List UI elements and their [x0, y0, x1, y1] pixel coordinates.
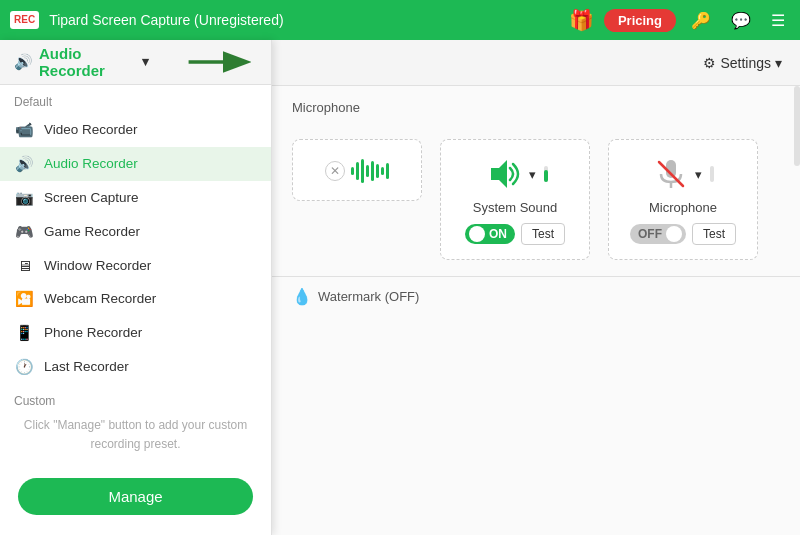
menu-item-screen-label: Screen Capture [44, 190, 139, 205]
content-topbar: ⚙ Settings ▾ [272, 40, 800, 86]
app-logo: REC [10, 11, 39, 29]
waveform-bar [356, 162, 359, 180]
microphone-icon [653, 156, 689, 192]
system-sound-toggle[interactable]: ON [465, 224, 515, 244]
video-recorder-icon: 📹 [14, 121, 34, 139]
titlebar-controls: 🎁 Pricing 🔑 💬 ☰ [569, 8, 790, 32]
settings-button[interactable]: ⚙ Settings ▾ [703, 55, 782, 71]
menu-icon[interactable]: ☰ [766, 9, 790, 32]
microphone-off-label: OFF [638, 227, 662, 241]
webcam-recorder-icon: 🎦 [14, 290, 34, 308]
menu-item-window[interactable]: 🖥 Window Recorder [0, 249, 271, 282]
settings-gear-icon: ⚙ [703, 55, 716, 71]
menu-item-webcam-label: Webcam Recorder [44, 291, 156, 306]
toggle-circle [469, 226, 485, 242]
chat-icon[interactable]: 💬 [726, 9, 756, 32]
waveform-cancel-icon[interactable]: ✕ [325, 161, 345, 181]
audio-recorder-icon: 🔊 [14, 53, 33, 71]
audio-cards-area: ✕ [272, 115, 800, 276]
system-sound-icon-row: ▾ [483, 156, 548, 192]
menu-item-game-label: Game Recorder [44, 224, 140, 239]
manage-btn-wrapper: Manage [0, 464, 271, 525]
green-arrow-icon [185, 47, 257, 77]
audio-recorder-menu-icon: 🔊 [14, 155, 34, 173]
speaker-icon [483, 156, 523, 192]
content-area: ⚙ Settings ▾ Microphone ✕ [272, 40, 800, 535]
default-section-label: Default [0, 85, 271, 113]
menu-item-window-label: Window Recorder [44, 258, 151, 273]
window-recorder-icon: 🖥 [14, 257, 34, 274]
mode-bar-label[interactable]: 🔊 Audio Recorder ▾ [14, 45, 149, 79]
microphone-header: Microphone [272, 86, 800, 115]
watermark-icon: 💧 [292, 287, 312, 306]
menu-item-last-label: Last Recorder [44, 359, 129, 374]
waveform-area: ✕ [321, 156, 393, 186]
menu-item-audio[interactable]: 🔊 Audio Recorder [0, 147, 271, 181]
waveform-bars [351, 156, 389, 186]
system-sound-test-button[interactable]: Test [521, 223, 565, 245]
screen-capture-icon: 📷 [14, 189, 34, 207]
app-title: Tipard Screen Capture (Unregistered) [49, 12, 569, 28]
scrollbar[interactable] [794, 86, 800, 166]
waveform-bar [381, 167, 384, 175]
microphone-header-text: Microphone [292, 100, 360, 115]
waveform-bar [361, 159, 364, 183]
custom-hint-text: Click "Manage" button to add your custom… [0, 412, 271, 464]
menu-item-webcam[interactable]: 🎦 Webcam Recorder [0, 282, 271, 316]
menu-item-screen[interactable]: 📷 Screen Capture [0, 181, 271, 215]
waveform-bar [376, 164, 379, 178]
settings-chevron-icon: ▾ [775, 55, 782, 71]
pricing-button[interactable]: Pricing [604, 9, 676, 32]
mode-bar-chevron-icon: ▾ [142, 54, 149, 69]
custom-section-label: Custom [0, 384, 271, 412]
settings-label-text: Settings [720, 55, 771, 71]
menu-item-phone[interactable]: 📱 Phone Recorder [0, 316, 271, 350]
waveform-bar [386, 163, 389, 179]
waveform-bar [371, 161, 374, 181]
system-sound-on-label: ON [489, 227, 507, 241]
toggle-circle-off [666, 226, 682, 242]
dropdown-menu: 🔊 Audio Recorder ▾ Default 📹 Video Recor… [0, 40, 272, 535]
menu-item-video-label: Video Recorder [44, 122, 138, 137]
waveform-bar [351, 167, 354, 175]
key-icon[interactable]: 🔑 [686, 9, 716, 32]
system-sound-card: ▾ System Sound ON Test [440, 139, 590, 260]
menu-item-video[interactable]: 📹 Video Recorder [0, 113, 271, 147]
microphone-controls: OFF Test [630, 223, 736, 245]
menu-item-last[interactable]: 🕐 Last Recorder [0, 350, 271, 384]
microphone-icon-row: ▾ [653, 156, 714, 192]
mode-bar-text: Audio Recorder [39, 45, 136, 79]
sound-level-bars [544, 166, 548, 182]
mic-level-bars [710, 166, 714, 182]
main-area: 🔊 Audio Recorder ▾ Default 📹 Video Recor… [0, 40, 800, 535]
microphone-dropdown-icon[interactable]: ▾ [695, 167, 702, 182]
menu-item-game[interactable]: 🎮 Game Recorder [0, 215, 271, 249]
waveform-bar [366, 165, 369, 177]
titlebar: REC Tipard Screen Capture (Unregistered)… [0, 0, 800, 40]
microphone-label: Microphone [649, 200, 717, 215]
system-sound-label: System Sound [473, 200, 558, 215]
svg-marker-2 [491, 160, 507, 188]
system-sound-dropdown-icon[interactable]: ▾ [529, 167, 536, 182]
microphone-toggle[interactable]: OFF [630, 224, 686, 244]
microphone-input-card: ✕ [292, 139, 422, 201]
manage-button[interactable]: Manage [18, 478, 253, 515]
bottom-bar: 💧 Watermark (OFF) [272, 276, 800, 316]
watermark-label: Watermark (OFF) [318, 289, 419, 304]
menu-item-audio-label: Audio Recorder [44, 156, 138, 171]
phone-recorder-icon: 📱 [14, 324, 34, 342]
gift-icon[interactable]: 🎁 [569, 8, 594, 32]
system-sound-controls: ON Test [465, 223, 565, 245]
mode-bar: 🔊 Audio Recorder ▾ [0, 40, 271, 85]
last-recorder-icon: 🕐 [14, 358, 34, 376]
microphone-test-button[interactable]: Test [692, 223, 736, 245]
game-recorder-icon: 🎮 [14, 223, 34, 241]
menu-item-phone-label: Phone Recorder [44, 325, 142, 340]
microphone-card: ▾ Microphone OFF Test [608, 139, 758, 260]
watermark-item[interactable]: 💧 Watermark (OFF) [292, 287, 419, 306]
